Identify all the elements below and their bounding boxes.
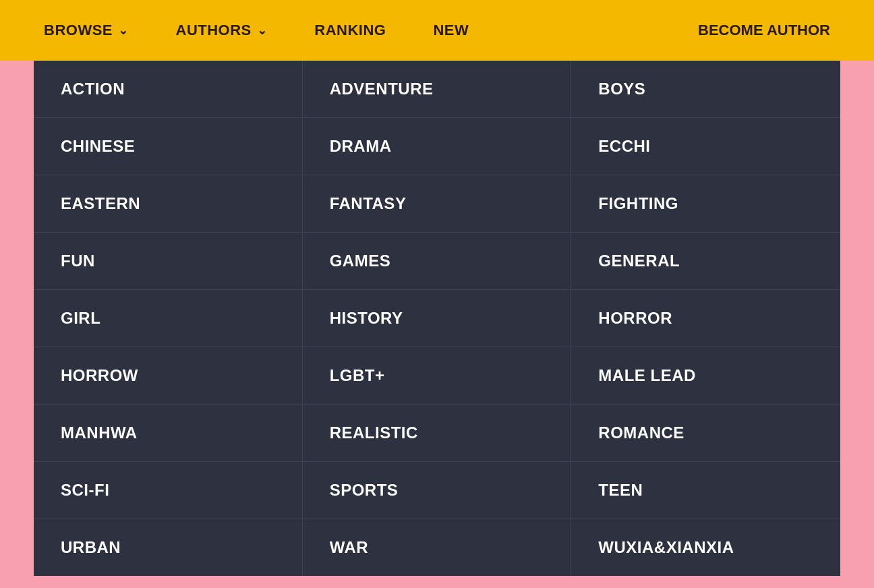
- dropdown-item-fun[interactable]: FUN: [34, 233, 303, 290]
- dropdown-item-action[interactable]: ACTION: [34, 61, 303, 118]
- nav-browse[interactable]: BROWSE ⌄: [34, 15, 139, 46]
- dropdown-menu: ACTIONADVENTUREBOYSCHINESEDRAMAECCHIEAST…: [34, 61, 840, 576]
- dropdown-item-drama[interactable]: DRAMA: [303, 118, 572, 175]
- dropdown-item-ecchi[interactable]: ECCHI: [571, 118, 840, 175]
- browse-label: BROWSE: [44, 22, 113, 39]
- dropdown-item-male-lead[interactable]: MALE LEAD: [571, 347, 840, 405]
- dropdown-item-teen[interactable]: TEEN: [571, 462, 840, 519]
- dropdown-item-chinese[interactable]: CHINESE: [34, 118, 303, 175]
- dropdown-item-adventure[interactable]: ADVENTURE: [303, 61, 572, 118]
- dropdown-item-lgbt-[interactable]: LGBT+: [303, 347, 572, 405]
- dropdown-item-romance[interactable]: ROMANCE: [571, 405, 840, 462]
- dropdown-item-manhwa[interactable]: MANHWA: [34, 405, 303, 462]
- dropdown-item-eastern[interactable]: EASTERN: [34, 175, 303, 233]
- dropdown-item-realistic[interactable]: REALISTIC: [303, 405, 572, 462]
- dropdown-item-horror[interactable]: HORROR: [571, 290, 840, 347]
- dropdown-item-games[interactable]: GAMES: [303, 233, 572, 290]
- nav-ranking[interactable]: RANKING: [304, 15, 396, 46]
- dropdown-item-general[interactable]: GENERAL: [571, 233, 840, 290]
- browse-dropdown: ACTIONADVENTUREBOYSCHINESEDRAMAECCHIEAST…: [34, 61, 840, 576]
- header: BROWSE ⌄ AUTHORS ⌄ RANKING NEW BECOME AU…: [0, 0, 874, 61]
- dropdown-item-sci-fi[interactable]: SCI-FI: [34, 462, 303, 519]
- become-author-button[interactable]: BECOME AUTHOR: [688, 15, 840, 46]
- dropdown-item-girl[interactable]: GIRL: [34, 290, 303, 347]
- dropdown-item-sports[interactable]: SPORTS: [303, 462, 572, 519]
- dropdown-item-boys[interactable]: BOYS: [571, 61, 840, 118]
- dropdown-item-history[interactable]: HISTORY: [303, 290, 572, 347]
- dropdown-item-fighting[interactable]: FIGHTING: [571, 175, 840, 233]
- browse-chevron-icon: ⌄: [118, 23, 129, 38]
- dropdown-item-war[interactable]: WAR: [303, 519, 572, 576]
- dropdown-item-urban[interactable]: URBAN: [34, 519, 303, 576]
- dropdown-item-fantasy[interactable]: FANTASY: [303, 175, 572, 233]
- nav-new[interactable]: NEW: [423, 15, 479, 46]
- new-label: NEW: [433, 22, 469, 39]
- ranking-label: RANKING: [314, 22, 386, 39]
- authors-label: AUTHORS: [176, 22, 252, 39]
- dropdown-item-wuxia-xianxia[interactable]: WUXIA&XIANXIA: [571, 519, 840, 576]
- dropdown-item-horrow[interactable]: HORROW: [34, 347, 303, 405]
- authors-chevron-icon: ⌄: [257, 23, 268, 38]
- nav-authors[interactable]: AUTHORS ⌄: [166, 15, 278, 46]
